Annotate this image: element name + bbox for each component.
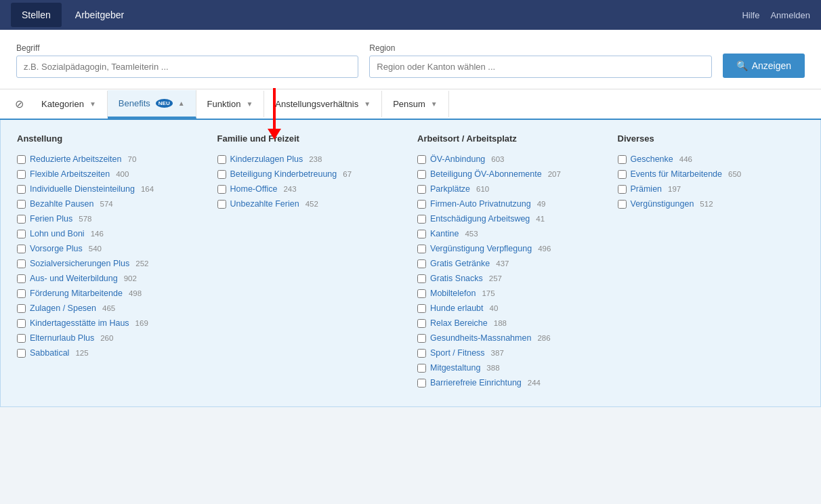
filter-bar: ⊘ Kategorien ▼ Benefits NEU ▲ Funktion ▼… xyxy=(0,89,821,120)
checkbox-0-1[interactable] xyxy=(17,170,26,179)
item-label: Aus- und Weiterbildung xyxy=(30,274,118,283)
filter-kategorien[interactable]: Kategorien ▼ xyxy=(30,91,108,117)
checkbox-0-4[interactable] xyxy=(17,215,26,224)
checkbox-2-1[interactable] xyxy=(417,170,426,179)
checkbox-0-7[interactable] xyxy=(17,259,26,268)
checkbox-item[interactable]: Hunde erlaubt40 xyxy=(417,303,604,313)
checkbox-2-2[interactable] xyxy=(417,185,426,194)
checkbox-item[interactable]: Kindertagesstätte im Haus169 xyxy=(17,318,204,328)
checkbox-0-9[interactable] xyxy=(17,289,26,298)
checkbox-item[interactable]: Beteiligung ÖV-Abonnemente207 xyxy=(417,169,604,179)
checkbox-2-9[interactable] xyxy=(417,289,426,298)
checkbox-item[interactable]: Elternurlaub Plus260 xyxy=(17,333,204,343)
checkbox-item[interactable]: ÖV-Anbindung603 xyxy=(417,154,604,164)
checkbox-2-15[interactable] xyxy=(417,379,426,387)
item-count: 70 xyxy=(128,155,137,163)
checkbox-2-10[interactable] xyxy=(417,304,426,313)
checkbox-item[interactable]: Beteiligung Kinderbetreuung67 xyxy=(217,169,404,179)
checkbox-item[interactable]: Gratis Getränke437 xyxy=(417,259,604,268)
benefits-dropdown-panel: AnstellungReduzierte Arbeitszeiten70Flex… xyxy=(0,120,821,407)
checkbox-item[interactable]: Relax Bereiche188 xyxy=(417,318,604,328)
nav-tab-arbeitgeber[interactable]: Arbeitgeber xyxy=(64,3,135,27)
item-count: 257 xyxy=(489,274,502,282)
filter-pensum[interactable]: Pensum ▼ xyxy=(382,91,449,117)
checkbox-item[interactable]: Förderung Mitarbeitende498 xyxy=(17,289,204,298)
checkbox-item[interactable]: Parkplätze610 xyxy=(417,184,604,194)
checkbox-item[interactable]: Reduzierte Arbeitszeiten70 xyxy=(17,154,204,164)
checkbox-item[interactable]: Barrierefreie Einrichtung244 xyxy=(417,378,604,387)
checkbox-3-0[interactable] xyxy=(618,155,627,164)
checkbox-2-0[interactable] xyxy=(417,155,426,164)
checkbox-item[interactable]: Vergünstigung Verpflegung496 xyxy=(417,244,604,253)
checkbox-2-11[interactable] xyxy=(417,319,426,328)
filter-icon-button[interactable]: ⊘ xyxy=(8,89,30,119)
checkbox-item[interactable]: Unbezahlte Ferien452 xyxy=(217,199,404,209)
checkbox-item[interactable]: Kinderzulagen Plus238 xyxy=(217,154,404,164)
checkbox-0-13[interactable] xyxy=(17,349,26,358)
filter-benefits[interactable]: Benefits NEU ▲ xyxy=(108,90,196,119)
checkbox-1-2[interactable] xyxy=(217,185,226,194)
checkbox-1-3[interactable] xyxy=(217,200,226,209)
checkbox-item[interactable]: Mitgestaltung388 xyxy=(417,363,604,373)
nav-link-hilfe[interactable]: Hilfe xyxy=(742,10,759,20)
checkbox-2-4[interactable] xyxy=(417,215,426,224)
checkbox-2-8[interactable] xyxy=(417,274,426,283)
checkbox-1-1[interactable] xyxy=(217,170,226,179)
checkbox-item[interactable]: Sport / Fitness387 xyxy=(417,348,604,358)
checkbox-item[interactable]: Vorsorge Plus540 xyxy=(17,244,204,253)
checkbox-0-6[interactable] xyxy=(17,245,26,253)
item-count: 465 xyxy=(102,304,115,312)
checkbox-item[interactable]: Lohn und Boni146 xyxy=(17,229,204,238)
nav-tab-stellen[interactable]: Stellen xyxy=(11,3,62,27)
checkbox-item[interactable]: Kantine453 xyxy=(417,229,604,238)
checkbox-item[interactable]: Entschädigung Arbeitsweg41 xyxy=(417,214,604,224)
checkbox-item[interactable]: Mobiltelefon175 xyxy=(417,289,604,298)
nav-link-anmelden[interactable]: Anmelden xyxy=(770,10,810,20)
checkbox-item[interactable]: Aus- und Weiterbildung902 xyxy=(17,274,204,283)
filter-funktion[interactable]: Funktion ▼ xyxy=(196,91,265,117)
checkbox-item[interactable]: Gesundheits-Massnahmen286 xyxy=(417,333,604,343)
navbar: Stellen Arbeitgeber Hilfe Anmelden xyxy=(0,0,821,30)
checkbox-item[interactable]: Sozialversicherungen Plus252 xyxy=(17,259,204,268)
checkbox-item[interactable]: Individuelle Diensteinteilung164 xyxy=(17,184,204,194)
checkbox-0-8[interactable] xyxy=(17,274,26,283)
checkbox-3-1[interactable] xyxy=(618,170,627,179)
checkbox-item[interactable]: Events für Mitarbeitende650 xyxy=(618,169,805,179)
checkbox-0-5[interactable] xyxy=(17,230,26,238)
checkbox-item[interactable]: Zulagen / Spesen465 xyxy=(17,303,204,313)
checkbox-2-3[interactable] xyxy=(417,200,426,209)
checkbox-0-11[interactable] xyxy=(17,319,26,328)
checkbox-0-0[interactable] xyxy=(17,155,26,164)
checkbox-2-14[interactable] xyxy=(417,364,426,373)
checkbox-0-12[interactable] xyxy=(17,334,26,343)
checkbox-2-13[interactable] xyxy=(417,349,426,358)
filter-anstellungsverhaeltnis[interactable]: Anstellungsverhältnis ▼ xyxy=(264,91,382,117)
chevron-down-icon-4: ▼ xyxy=(431,100,438,108)
checkbox-item[interactable]: Geschenke446 xyxy=(618,154,805,164)
checkbox-item[interactable]: Ferien Plus578 xyxy=(17,214,204,224)
checkbox-0-3[interactable] xyxy=(17,200,26,209)
checkbox-1-0[interactable] xyxy=(217,155,226,164)
checkbox-item[interactable]: Prämien197 xyxy=(618,184,805,194)
checkbox-3-3[interactable] xyxy=(618,200,627,209)
item-label: Flexible Arbeitszeiten xyxy=(30,169,110,179)
checkbox-0-10[interactable] xyxy=(17,304,26,313)
checkbox-2-5[interactable] xyxy=(417,230,426,238)
checkbox-item[interactable]: Gratis Snacks257 xyxy=(417,274,604,283)
checkbox-item[interactable]: Firmen-Auto Privatnutzung49 xyxy=(417,199,604,209)
search-section: Begriff Region 🔍 Anzeigen xyxy=(0,30,821,89)
checkbox-2-7[interactable] xyxy=(417,259,426,268)
checkbox-2-12[interactable] xyxy=(417,334,426,343)
item-count: 512 xyxy=(700,200,713,208)
checkbox-item[interactable]: Vergünstigungen512 xyxy=(618,199,805,209)
checkbox-item[interactable]: Home-Office243 xyxy=(217,184,404,194)
checkbox-item[interactable]: Flexible Arbeitszeiten400 xyxy=(17,169,204,179)
checkbox-0-2[interactable] xyxy=(17,185,26,194)
search-input-begriff[interactable] xyxy=(16,56,358,78)
checkbox-item[interactable]: Bezahlte Pausen574 xyxy=(17,199,204,209)
search-button[interactable]: 🔍 Anzeigen xyxy=(723,54,805,78)
search-input-region[interactable] xyxy=(369,56,711,78)
checkbox-2-6[interactable] xyxy=(417,245,426,253)
checkbox-item[interactable]: Sabbatical125 xyxy=(17,348,204,358)
checkbox-3-2[interactable] xyxy=(618,185,627,194)
